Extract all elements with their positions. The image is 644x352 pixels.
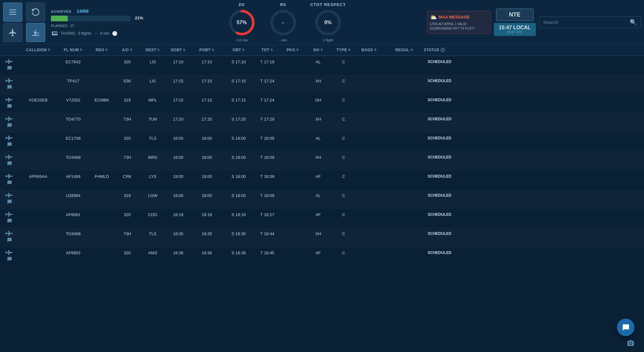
- td-callsign: [19, 214, 57, 215]
- taxiing-icon: [51, 31, 58, 36]
- td-regul: [382, 157, 426, 158]
- td-chat[interactable]: [0, 65, 19, 72]
- flight-icon-cell: [0, 154, 19, 160]
- td-status: SCHEDULED: [426, 193, 442, 198]
- nav-btn-departures[interactable]: [3, 23, 22, 42]
- th-type[interactable]: TYPE ⇅: [331, 48, 356, 52]
- td-chat[interactable]: [0, 122, 19, 130]
- td-chat[interactable]: [0, 199, 19, 206]
- td-gh: XH: [305, 154, 331, 160]
- nte-time-section: NTE 15:47 LOCAL 13:47 UTC: [494, 9, 536, 36]
- table-row[interactable]: VOE25EB V72552 ECMBK 319 MPL 17:15 17:15…: [0, 94, 644, 113]
- td-status: SCHEDULED: [426, 59, 442, 65]
- td-chat[interactable]: [0, 160, 19, 168]
- td-dest: MRS: [140, 154, 165, 160]
- td-chat[interactable]: [0, 237, 19, 244]
- td-dest: LGW: [140, 193, 165, 199]
- th-reg[interactable]: REG ⇅: [89, 48, 115, 52]
- nav-btn-arrivals[interactable]: [26, 23, 45, 42]
- td-chat[interactable]: [0, 180, 19, 187]
- td-chat[interactable]: [0, 84, 19, 91]
- table-row[interactable]: TO4408 73H MRS 18:00 18:00 S 18:00 T 18:…: [0, 151, 644, 171]
- td-pobt: 18:00: [191, 173, 223, 180]
- td-gh: XH: [305, 116, 331, 122]
- time-utc: 13:47 UTC: [499, 31, 531, 34]
- td-sobt: 17:15: [165, 97, 191, 103]
- th-pobt[interactable]: POBT ⇅: [191, 48, 223, 52]
- flight-icon-cell: [0, 192, 19, 199]
- th-status[interactable]: STATUS ⓘ: [426, 48, 442, 52]
- flight-icon-cell: [0, 78, 19, 84]
- td-pkg: [280, 99, 305, 101]
- table-row[interactable]: AFR69AA AF1489 FHMLD CRK LYS 18:00 18:00…: [0, 171, 644, 190]
- td-ac: E90: [115, 78, 140, 84]
- gauges-section: D0 57% +12 min R0 - - min: [150, 2, 424, 42]
- r0-circle: -: [269, 8, 298, 37]
- table-row[interactable]: TO4770 73H TUN 17:20 17:20 S 17:20 T 17:…: [0, 113, 644, 132]
- th-dest[interactable]: DEST ⇅: [140, 48, 165, 52]
- td-chat[interactable]: [0, 141, 19, 149]
- td-regul: [382, 118, 426, 120]
- td-tot: T 17:29: [255, 116, 280, 122]
- table-row[interactable]: TP417 E90 LIS 17:15 17:15 S 17:15 T 17:2…: [0, 75, 644, 94]
- td-dest: LIS: [140, 78, 165, 84]
- td-flnum: EC7642: [57, 59, 89, 65]
- td-chat[interactable]: [0, 218, 19, 225]
- table-row[interactable]: EC7642 320 LIS 17:10 17:10 S 17:10 T 17:…: [0, 56, 644, 75]
- td-flnum: AF6661: [57, 212, 89, 218]
- table-row[interactable]: AF6663 320 AMS 18:36 18:36 S 18:36 T 18:…: [0, 247, 644, 266]
- td-dest: TUN: [140, 116, 165, 122]
- td-pobt: 18:00: [191, 135, 223, 141]
- td-ac: 319: [115, 193, 140, 199]
- td-pobt: 18:35: [191, 231, 223, 237]
- th-obt[interactable]: OBT ⇅: [223, 48, 255, 52]
- td-dest: LIS: [140, 59, 165, 65]
- td-type: C: [331, 135, 356, 141]
- flight-icon-cell: [0, 173, 19, 180]
- nav-buttons: [3, 3, 48, 42]
- ctot-gauge: CTOT RESPECT 0% 1 flight: [310, 2, 346, 42]
- td-bags: [356, 214, 382, 215]
- th-tot[interactable]: TOT ⇅: [255, 48, 280, 52]
- progress-percent: 21%: [135, 16, 143, 20]
- td-sobt: 17:20: [165, 116, 191, 122]
- table-row[interactable]: EC1708 320 TLS 18:00 18:00 S 18:00 T 18:…: [0, 132, 644, 151]
- planned-label: PLANNED : 37: [51, 24, 146, 28]
- td-sobt: 18:00: [165, 193, 191, 199]
- td-flnum: TO4498: [57, 231, 89, 237]
- td-callsign: VOE25EB: [19, 97, 57, 103]
- td-pkg: [280, 252, 305, 253]
- td-reg: [89, 137, 115, 139]
- td-sobt: 17:15: [165, 78, 191, 84]
- th-regul[interactable]: REGUL ⇅: [382, 48, 426, 52]
- table-row[interactable]: U28964 319 LGW 18:00 18:00 S 18:00 T 18:…: [0, 190, 644, 209]
- nav-btn-refresh[interactable]: [26, 3, 45, 22]
- th-sobt[interactable]: SOBT ⇅: [165, 48, 191, 52]
- th-callsign[interactable]: CALLSIGN ⇅: [19, 48, 57, 52]
- td-callsign: [19, 233, 57, 234]
- taxiing-time: 9 min: [100, 31, 109, 36]
- search-input[interactable]: [543, 19, 627, 25]
- nav-btn-menu[interactable]: [3, 3, 22, 22]
- th-gh[interactable]: GH ⇅: [305, 48, 331, 52]
- td-type: C: [331, 193, 356, 199]
- td-bags: [356, 118, 382, 120]
- td-chat[interactable]: [0, 256, 19, 263]
- nte-button[interactable]: NTE: [496, 9, 534, 21]
- td-chat[interactable]: [0, 103, 19, 110]
- th-bags[interactable]: BAGS ⇅: [356, 48, 382, 52]
- chat-fab[interactable]: [617, 319, 634, 336]
- td-flnum: V72552: [57, 97, 89, 103]
- td-type: C: [331, 173, 356, 180]
- table-row[interactable]: AF6661 320 CDG 18:18 18:18 S 18:18 T 18:…: [0, 209, 644, 228]
- td-pkg: [280, 195, 305, 196]
- th-ac[interactable]: A/C ⇅: [115, 48, 140, 52]
- table-row[interactable]: TO4498 73H TLS 18:35 18:35 S 18:35 T 18:…: [0, 228, 644, 247]
- flight-icon-cell: [0, 250, 19, 256]
- td-flnum: EC1708: [57, 135, 89, 141]
- td-flnum: AF6663: [57, 250, 89, 256]
- td-sobt: 18:36: [165, 250, 191, 256]
- th-flnum[interactable]: FL NUM ⇅: [57, 48, 89, 52]
- taxiing-section: TAXIING 0 flights → 9 min 🕐: [51, 31, 146, 36]
- th-pkg[interactable]: PKG ⇅: [280, 48, 305, 52]
